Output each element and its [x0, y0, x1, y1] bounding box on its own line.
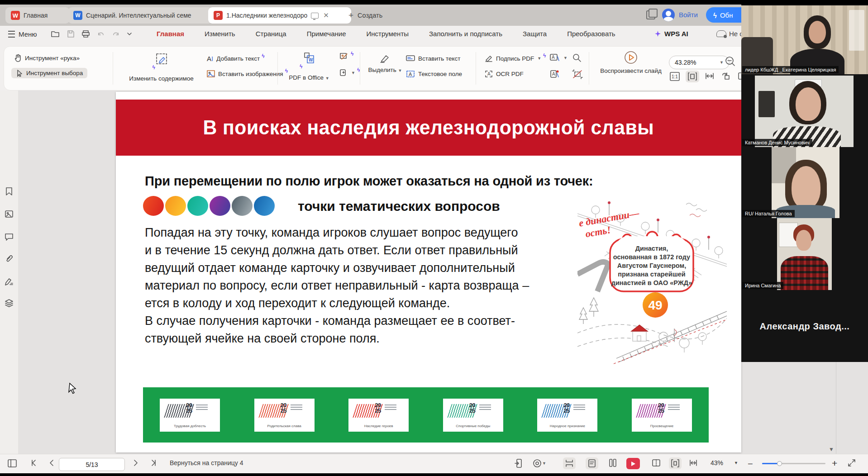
- tab-pdf-doc[interactable]: P 1.Наследники железнодоро ✕: [208, 7, 351, 24]
- insert-image-button[interactable]: Вставить изображенияϟ: [207, 70, 288, 77]
- rotate-page-button[interactable]: [721, 71, 731, 81]
- select-tool-button[interactable]: Инструмент выбора: [11, 68, 87, 78]
- zoom-select[interactable]: 43.28% ▼: [669, 56, 730, 69]
- zoom-out-button[interactable]: −: [748, 459, 753, 469]
- zoom-percent[interactable]: 43%: [711, 459, 723, 466]
- video-participant-4[interactable]: [777, 218, 832, 290]
- body-line: ствующей ячейке на своей стороне поля.: [145, 330, 579, 347]
- video-participant-2[interactable]: [755, 76, 854, 147]
- hand-tool-button[interactable]: Инструмент «рука»: [14, 54, 80, 62]
- continuous-view-button[interactable]: [563, 457, 576, 469]
- wps-ai-button[interactable]: WPS AI: [655, 30, 688, 38]
- avatar[interactable]: [662, 9, 675, 21]
- play-slide-button[interactable]: Воспроизвести слайд: [595, 49, 667, 74]
- two-page-button[interactable]: [608, 458, 617, 467]
- sidebar-toggle-button[interactable]: [7, 459, 17, 468]
- page-number-input[interactable]: [59, 458, 125, 471]
- close-tab-icon[interactable]: ✕: [322, 11, 330, 19]
- document-area[interactable]: В поисках наследия железнодорожной славы…: [18, 90, 868, 454]
- highlight-button[interactable]: Выделить ▼: [362, 50, 408, 73]
- copy-pages-button[interactable]: ▼ϟ: [339, 68, 360, 77]
- trees-bottom: [659, 328, 706, 352]
- menu-item[interactable]: Главная: [157, 30, 184, 38]
- award-label: Родительская слава: [254, 424, 315, 428]
- fit-page-button[interactable]: [686, 71, 699, 82]
- signature-icon[interactable]: [4, 276, 14, 286]
- text-field-button[interactable]: A Текстовое поле: [406, 70, 462, 78]
- participant-2-name: Катманов Денис Мусинович: [742, 139, 812, 146]
- print-icon[interactable]: [81, 30, 90, 38]
- spark-icon: ϟ: [153, 64, 155, 71]
- slide-body-text: Попадая на эту точку, команда игроков сл…: [145, 224, 579, 347]
- sync-status[interactable]: Не с: [716, 30, 743, 38]
- pdf-to-office-button[interactable]: W ϟ PDF в Office ▼: [282, 50, 336, 81]
- add-text-button[interactable]: AI Добавить текстϟ: [207, 55, 265, 62]
- zoom-in-button[interactable]: +: [832, 458, 837, 469]
- color-dot: [143, 196, 164, 216]
- menu-button[interactable]: Меню: [8, 30, 37, 38]
- menu-item[interactable]: Изменить: [205, 30, 235, 38]
- login-link[interactable]: Войти: [679, 11, 698, 19]
- award-micro-text: [196, 405, 208, 410]
- zoom-slider-knob[interactable]: [777, 461, 782, 466]
- chevron-down-icon[interactable]: [127, 32, 132, 36]
- bubble-line: Августом Гауснером,: [617, 262, 686, 269]
- search-button[interactable]: [572, 53, 582, 63]
- last-page-button[interactable]: [149, 459, 157, 467]
- monitor-icon[interactable]: [311, 13, 319, 19]
- doc-translate-button[interactable]: A: [549, 69, 560, 79]
- color-dot: [187, 196, 208, 216]
- menu-item[interactable]: Заполнить и подписать: [429, 30, 502, 38]
- railway-illustration: е династии— ость! Династия, основанная в…: [577, 197, 727, 366]
- house: [631, 325, 648, 341]
- redo-icon[interactable]: [112, 30, 120, 38]
- video-participant-3[interactable]: [772, 147, 839, 218]
- menu-item[interactable]: Страница: [256, 30, 286, 38]
- image-convert-button[interactable]: ϟ: [339, 52, 353, 61]
- translate-icon: A: [549, 53, 560, 63]
- attachments-icon[interactable]: [4, 254, 14, 264]
- fit-width-button[interactable]: [705, 71, 715, 81]
- edit-content-button[interactable]: ϟ Изменить содержимое: [119, 51, 203, 82]
- new-tab-button[interactable]: + Создать: [348, 10, 382, 20]
- translate-button[interactable]: A ▼: [549, 53, 568, 63]
- fit-width-button[interactable]: [689, 458, 698, 467]
- split-view-button[interactable]: [652, 458, 661, 467]
- zoom-out-button[interactable]: [725, 56, 736, 67]
- insert-text-button[interactable]: Вставить текст: [406, 55, 461, 62]
- undo-icon[interactable]: [97, 30, 105, 38]
- prev-page-button[interactable]: [48, 459, 55, 467]
- scroll-down-icon[interactable]: ▼: [829, 446, 834, 452]
- layers-icon[interactable]: [4, 298, 14, 308]
- save-icon[interactable]: [67, 30, 75, 38]
- crop-pages-button[interactable]: [572, 69, 583, 79]
- next-page-button[interactable]: [132, 459, 139, 467]
- ocr-pdf-button[interactable]: A OCR PDF: [485, 70, 524, 78]
- tab-home[interactable]: W Главная: [5, 7, 70, 24]
- tab-word-doc[interactable]: W Сценарий. Интеллектуальный семе: [68, 7, 213, 24]
- menu-item[interactable]: Примечание: [307, 30, 346, 38]
- hand-off-button[interactable]: [514, 458, 524, 468]
- video-participant-1[interactable]: [741, 5, 868, 74]
- back-to-page-link[interactable]: Вернуться на страницу 4: [170, 459, 243, 466]
- bubble-line: Династия,: [635, 245, 668, 252]
- single-page-button[interactable]: [586, 457, 598, 469]
- sign-pdf-button[interactable]: Подпись PDF ▼ϟ: [485, 55, 546, 62]
- first-page-button[interactable]: [30, 459, 38, 467]
- zoom-dropdown-icon[interactable]: ▼: [734, 461, 738, 465]
- bookmarks-icon[interactable]: [4, 186, 14, 196]
- open-folder-icon[interactable]: [51, 30, 60, 38]
- comments-icon[interactable]: [4, 232, 14, 242]
- view-mode-button[interactable]: ▼: [532, 458, 546, 468]
- actual-size-button[interactable]: 1:1: [669, 71, 680, 81]
- play-button[interactable]: [626, 458, 640, 469]
- award-year: 2025: [281, 403, 286, 414]
- window-switch-icon[interactable]: [646, 10, 655, 19]
- images-icon[interactable]: [4, 209, 14, 219]
- menu-item[interactable]: Защита: [523, 30, 547, 38]
- menu-item[interactable]: Инструменты: [367, 30, 409, 38]
- menu-item[interactable]: Преобразовать: [567, 30, 615, 38]
- fullscreen-button[interactable]: [847, 458, 856, 467]
- zoom-slider[interactable]: [762, 463, 825, 464]
- fit-screen-button[interactable]: [669, 457, 682, 469]
